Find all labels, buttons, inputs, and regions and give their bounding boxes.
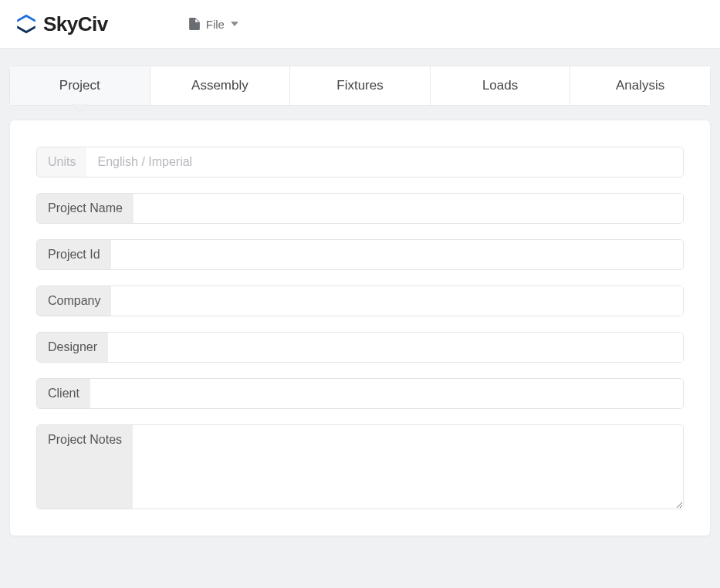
chevron-down-icon	[231, 20, 238, 28]
page-body: Project Assembly Fixtures Loads Analysis…	[0, 49, 720, 546]
client-row: Client	[36, 378, 684, 409]
project-id-label: Project Id	[37, 240, 111, 269]
project-notes-input[interactable]	[133, 425, 683, 509]
project-id-input[interactable]	[111, 240, 683, 269]
project-notes-label: Project Notes	[37, 425, 133, 509]
tab-fixtures[interactable]: Fixtures	[290, 66, 431, 105]
tab-assembly[interactable]: Assembly	[150, 66, 291, 105]
units-value: English / Imperial	[86, 147, 683, 177]
project-name-label: Project Name	[37, 194, 134, 223]
tab-fixtures-label: Fixtures	[336, 78, 383, 93]
project-panel: Units English / Imperial Project Name Pr…	[9, 120, 711, 536]
tab-loads[interactable]: Loads	[431, 66, 571, 105]
project-name-row: Project Name	[36, 193, 684, 224]
project-name-input[interactable]	[134, 194, 683, 223]
file-menu-label: File	[206, 18, 225, 31]
tab-analysis-label: Analysis	[616, 78, 664, 93]
designer-row: Designer	[36, 332, 684, 363]
company-input[interactable]	[111, 286, 683, 316]
brand-name: SkyCiv	[43, 12, 108, 36]
topbar: SkyCiv File	[0, 0, 720, 49]
tab-loads-label: Loads	[482, 78, 518, 93]
file-icon	[189, 18, 200, 30]
file-menu[interactable]: File	[189, 18, 238, 31]
project-id-row: Project Id	[36, 239, 684, 270]
tab-assembly-label: Assembly	[191, 78, 248, 93]
company-row: Company	[36, 286, 684, 316]
tab-project[interactable]: Project	[10, 66, 150, 105]
client-input[interactable]	[90, 379, 683, 408]
tab-project-label: Project	[59, 78, 100, 93]
tab-analysis[interactable]: Analysis	[570, 66, 710, 105]
client-label: Client	[37, 379, 90, 408]
units-label: Units	[37, 147, 86, 177]
brand: SkyCiv	[15, 12, 108, 36]
project-notes-row: Project Notes	[36, 424, 684, 509]
designer-input[interactable]	[108, 333, 683, 362]
skyciv-logo-icon	[15, 13, 37, 35]
company-label: Company	[37, 286, 111, 316]
tabs: Project Assembly Fixtures Loads Analysis	[9, 66, 711, 106]
units-row: Units English / Imperial	[36, 147, 684, 177]
designer-label: Designer	[37, 333, 108, 362]
